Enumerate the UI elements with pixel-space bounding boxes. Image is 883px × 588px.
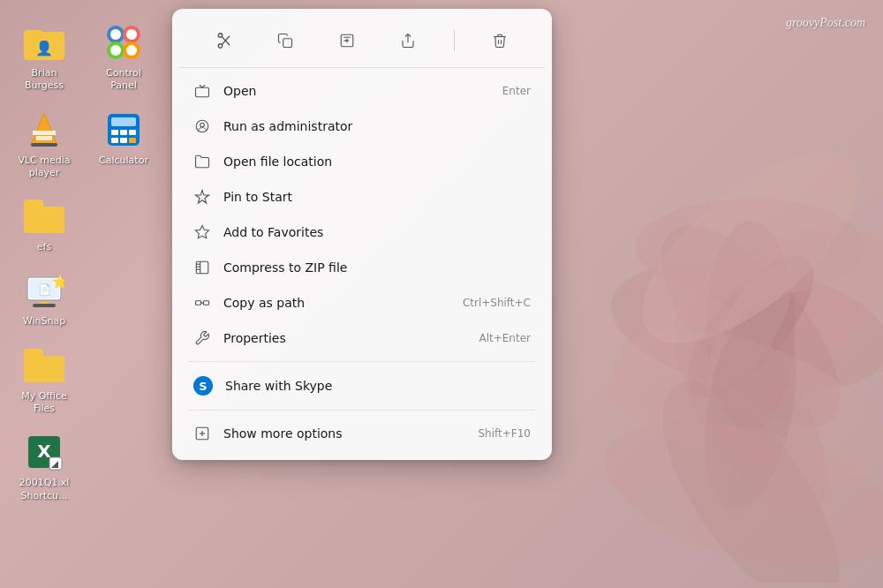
- open-icon: [193, 82, 211, 100]
- svg-rect-63: [204, 301, 209, 305]
- menu-shortcut-show-more-options: Shift+F10: [478, 427, 531, 440]
- star-outline-icon: [193, 223, 211, 241]
- share-icon: [400, 33, 416, 49]
- svg-text:📄: 📄: [38, 283, 51, 296]
- decorative-swirl: [565, 71, 883, 583]
- menu-shortcut-copy-as-path: Ctrl+Shift+C: [463, 297, 531, 309]
- svg-rect-41: [111, 138, 118, 143]
- svg-rect-39: [120, 130, 127, 135]
- menu-item-share-skype[interactable]: S Share with Skype: [179, 367, 545, 404]
- svg-rect-43: [129, 138, 136, 143]
- icon-excel-shortcut[interactable]: X 2001Q1.xl Shortcu...: [9, 427, 79, 506]
- menu-label-open-file-location: Open file location: [223, 155, 531, 169]
- svg-rect-15: [33, 131, 56, 135]
- toolbar-cut-button[interactable]: [208, 25, 240, 57]
- svg-rect-48: [283, 39, 292, 48]
- path-icon: [193, 294, 211, 312]
- menu-item-compress-zip[interactable]: Compress to ZIP file: [179, 250, 545, 285]
- toolbar-share-button[interactable]: [392, 25, 424, 57]
- icon-label-brian-burgess: Brian Burgess: [12, 67, 76, 93]
- toolbar-delete-button[interactable]: [484, 25, 516, 57]
- menu-shortcut-properties: Alt+Enter: [479, 332, 531, 344]
- menu-label-open: Open: [223, 84, 490, 98]
- menu-label-add-to-favorites: Add to Favorites: [223, 225, 531, 239]
- more-options-icon: [193, 425, 211, 442]
- svg-point-33: [110, 45, 121, 56]
- svg-rect-53: [196, 87, 209, 97]
- svg-point-10: [636, 199, 865, 296]
- icon-img-winsnap: 📄 ⭐: [23, 269, 65, 312]
- menu-label-share-skype: Share with Skype: [225, 379, 531, 393]
- svg-rect-16: [36, 136, 52, 140]
- shield-icon: [193, 117, 211, 135]
- pin-icon: [193, 188, 211, 206]
- icon-winsnap[interactable]: 📄 ⭐ WinSnap: [9, 266, 79, 331]
- svg-point-44: [218, 44, 223, 49]
- icon-img-excel: X: [23, 431, 65, 473]
- svg-text:⭐: ⭐: [52, 275, 64, 290]
- icon-label-calculator: Calculator: [99, 155, 148, 167]
- svg-point-35: [126, 45, 137, 56]
- icon-efs[interactable]: efs: [9, 192, 79, 257]
- context-menu: Open Enter Run as administrator Open fil…: [172, 9, 552, 460]
- svg-marker-56: [196, 226, 209, 238]
- menu-item-properties[interactable]: Properties Alt+Enter: [179, 320, 545, 356]
- zip-icon: [193, 259, 211, 276]
- icon-img-brian-burgess: 👤: [23, 21, 65, 64]
- menu-label-properties: Properties: [223, 331, 466, 345]
- icon-control-panel[interactable]: Control Panel: [88, 18, 159, 96]
- icon-img-control-panel: [102, 21, 145, 64]
- copy-icon: [277, 33, 293, 49]
- icon-label-winsnap: WinSnap: [23, 315, 65, 328]
- svg-rect-37: [111, 117, 136, 126]
- icon-label-control-panel: Control Panel: [92, 67, 155, 93]
- menu-item-show-more-options[interactable]: Show more options Shift+F10: [179, 416, 545, 451]
- trash-icon: [492, 33, 508, 49]
- menu-item-open[interactable]: Open Enter: [179, 73, 545, 109]
- svg-rect-40: [129, 130, 136, 135]
- icon-img-calculator: [102, 109, 145, 151]
- desktop-icons-area: 👤 Brian Burgess VLC media player efs: [0, 0, 194, 588]
- menu-item-run-as-admin[interactable]: Run as administrator: [179, 109, 545, 144]
- icon-label-efs: efs: [37, 241, 51, 253]
- menu-label-show-more-options: Show more options: [223, 426, 465, 441]
- svg-rect-17: [31, 143, 57, 147]
- context-toolbar: [179, 18, 545, 68]
- svg-point-55: [200, 123, 205, 127]
- svg-rect-62: [196, 301, 201, 305]
- toolbar-rename-button[interactable]: [331, 25, 363, 57]
- svg-point-29: [110, 29, 121, 40]
- menu-label-compress-zip: Compress to ZIP file: [223, 260, 531, 275]
- svg-rect-22: [33, 304, 56, 307]
- menu-item-open-file-location[interactable]: Open file location: [179, 144, 545, 179]
- folder-open-icon: [193, 153, 211, 170]
- menu-item-pin-to-start[interactable]: Pin to Start: [179, 179, 545, 215]
- menu-label-run-as-admin: Run as administrator: [223, 119, 518, 133]
- icon-img-vlc: [23, 109, 65, 151]
- menu-label-copy-as-path: Copy as path: [223, 296, 450, 310]
- svg-rect-57: [196, 261, 208, 274]
- icon-brian-burgess[interactable]: 👤 Brian Burgess: [9, 18, 79, 96]
- menu-separator-2: [188, 410, 536, 411]
- svg-point-45: [218, 34, 223, 38]
- icon-img-efs: [23, 195, 65, 237]
- rename-icon: [339, 33, 355, 49]
- menu-label-pin-to-start: Pin to Start: [223, 190, 531, 204]
- icon-vlc[interactable]: VLC media player: [9, 105, 79, 184]
- svg-point-31: [126, 29, 137, 40]
- icon-label-my-office-files: My Office Files: [12, 390, 76, 416]
- menu-item-copy-as-path[interactable]: Copy as path Ctrl+Shift+C: [179, 285, 545, 320]
- icon-label-vlc: VLC media player: [12, 155, 76, 180]
- icon-img-my-office-files: [23, 344, 65, 387]
- menu-item-add-to-favorites[interactable]: Add to Favorites: [179, 215, 545, 250]
- icon-calculator[interactable]: Calculator: [88, 105, 159, 170]
- toolbar-divider: [454, 30, 455, 51]
- toolbar-copy-button[interactable]: [269, 25, 301, 57]
- wrench-icon: [193, 329, 211, 347]
- svg-rect-38: [111, 130, 118, 135]
- svg-rect-42: [120, 138, 127, 143]
- icon-my-office-files[interactable]: My Office Files: [9, 341, 79, 419]
- watermark: groovyPost.com: [786, 16, 865, 30]
- icon-label-excel-shortcut: 2001Q1.xl Shortcu...: [12, 477, 76, 502]
- scissors-icon: [216, 33, 232, 49]
